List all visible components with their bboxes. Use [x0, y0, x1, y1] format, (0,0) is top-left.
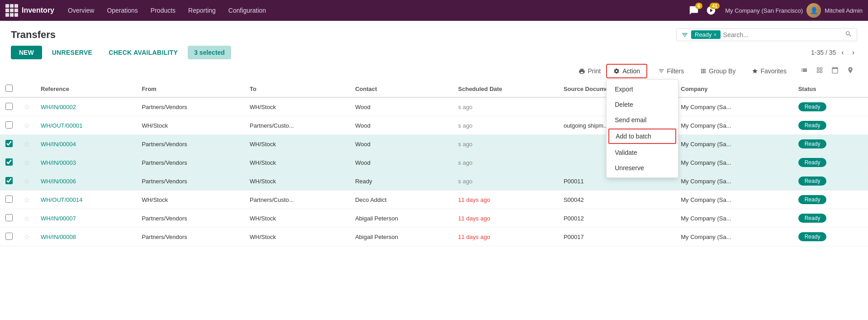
row-to: WH/Stock: [244, 153, 350, 172]
row-star-cell: ☆: [18, 172, 35, 191]
row-checkbox[interactable]: [5, 121, 13, 129]
row-status: Ready: [793, 191, 868, 209]
row-checkbox[interactable]: [5, 158, 13, 166]
map-view-button[interactable]: [844, 65, 857, 77]
nav-overview[interactable]: Overview: [62, 0, 100, 21]
row-checkbox[interactable]: [5, 196, 13, 203]
print-button[interactable]: Print: [579, 67, 601, 75]
action-validate[interactable]: Validate: [607, 145, 678, 160]
row-star-cell: ☆: [18, 228, 35, 246]
row-ref-link[interactable]: WH/IN/00004: [41, 141, 76, 148]
gear-icon: [613, 68, 620, 74]
row-star[interactable]: ☆: [24, 140, 30, 148]
print-icon: [579, 68, 585, 75]
pagination: 1-35 / 35: [811, 49, 836, 56]
search-filter-tag[interactable]: Ready ×: [691, 30, 721, 39]
row-ref-link[interactable]: WH/IN/00006: [41, 178, 76, 185]
row-ref-link[interactable]: WH/IN/00007: [41, 215, 76, 222]
table-row: ☆ WH/IN/00008 Partners/Vendors WH/Stock …: [0, 228, 868, 246]
action-send-email[interactable]: Send email: [607, 112, 678, 128]
row-ref-link[interactable]: WH/IN/00002: [41, 104, 76, 110]
filters-label: Filters: [667, 67, 684, 75]
main-content: Transfers Ready × NEW UNRESERVE CHECK AV…: [0, 21, 868, 320]
activity-badge: 41: [710, 3, 720, 9]
nav-reporting[interactable]: Reporting: [182, 0, 222, 21]
action-button[interactable]: Action: [606, 64, 647, 78]
row-contact: Wood: [350, 97, 453, 116]
print-label: Print: [588, 67, 601, 75]
row-contact: Deco Addict: [350, 191, 453, 209]
list-view-button[interactable]: [797, 65, 811, 77]
row-star[interactable]: ☆: [24, 103, 30, 111]
messages-icon-wrapper[interactable]: 6: [689, 5, 699, 15]
row-to: WH/Stock: [244, 172, 350, 191]
row-ref-link[interactable]: WH/IN/00003: [41, 159, 76, 166]
row-checkbox-cell: [0, 228, 18, 246]
filter-tag-close[interactable]: ×: [714, 32, 717, 38]
row-company: My Company (Sa...: [675, 209, 792, 228]
action-add-to-batch[interactable]: Add to batch: [608, 129, 676, 144]
kanban-view-button[interactable]: [813, 65, 826, 77]
calendar-view-button[interactable]: [828, 65, 842, 77]
col-from: From: [136, 81, 244, 97]
row-ref-link[interactable]: WH/OUT/00001: [41, 122, 82, 129]
row-checkbox[interactable]: [5, 214, 13, 221]
row-star-cell: ☆: [18, 135, 35, 153]
row-star-cell: ☆: [18, 209, 35, 228]
row-reference: WH/OUT/00014: [35, 191, 136, 209]
row-ref-link[interactable]: WH/IN/00008: [41, 234, 76, 240]
action-unreserve[interactable]: Unreserve: [607, 160, 678, 176]
nav-products[interactable]: Products: [144, 0, 182, 21]
star-header: [18, 81, 35, 97]
row-company: My Company (Sa...: [675, 116, 792, 135]
row-checkbox[interactable]: [5, 233, 13, 240]
search-input[interactable]: [723, 31, 842, 38]
app-name: Inventory: [22, 6, 54, 14]
col-status: Status: [793, 81, 868, 97]
user-name[interactable]: Mitchell Admin: [825, 7, 863, 14]
pagination-prev[interactable]: ‹: [839, 48, 846, 57]
row-ref-link[interactable]: WH/OUT/00014: [41, 196, 82, 203]
row-star[interactable]: ☆: [24, 177, 30, 185]
company-label[interactable]: My Company (San Francisco): [725, 7, 803, 14]
row-checkbox-cell: [0, 135, 18, 153]
filter-icon: [681, 31, 688, 38]
row-star[interactable]: ☆: [24, 196, 30, 204]
row-status: Ready: [793, 135, 868, 153]
row-star[interactable]: ☆: [24, 159, 30, 167]
row-checkbox[interactable]: [5, 140, 13, 147]
row-star[interactable]: ☆: [24, 122, 30, 129]
row-checkbox[interactable]: [5, 177, 13, 184]
row-from: Partners/Vendors: [136, 209, 244, 228]
row-star[interactable]: ☆: [24, 215, 30, 222]
user-avatar[interactable]: 👤: [806, 3, 821, 18]
row-source: P00017: [558, 228, 675, 246]
selected-button[interactable]: 3 selected: [188, 46, 231, 59]
activity-icon-wrapper[interactable]: 41: [706, 5, 716, 15]
nav-configuration[interactable]: Configuration: [222, 0, 272, 21]
new-button[interactable]: NEW: [11, 46, 42, 59]
pagination-next[interactable]: ›: [849, 48, 857, 57]
page-header: Transfers Ready ×: [0, 21, 868, 41]
row-checkbox[interactable]: [5, 103, 13, 110]
group-by-label: Group By: [709, 67, 735, 75]
group-by-button[interactable]: Group By: [695, 65, 741, 77]
row-company: My Company (Sa...: [675, 172, 792, 191]
app-logo[interactable]: Inventory: [5, 4, 54, 17]
row-company: My Company (Sa...: [675, 135, 792, 153]
filters-button[interactable]: Filters: [653, 65, 689, 77]
table-row: ☆ WH/OUT/00001 WH/Stock Partners/Custo..…: [0, 116, 868, 135]
action-delete[interactable]: Delete: [607, 97, 678, 112]
row-reference: WH/IN/00007: [35, 209, 136, 228]
select-all-checkbox[interactable]: [5, 85, 13, 92]
action-export[interactable]: Export: [607, 81, 678, 97]
row-star[interactable]: ☆: [24, 233, 30, 241]
unreserve-button[interactable]: UNRESERVE: [46, 46, 99, 59]
row-from: Partners/Vendors: [136, 153, 244, 172]
status-badge: Ready: [798, 195, 827, 204]
search-submit-icon[interactable]: [845, 30, 852, 39]
favorites-icon: [752, 68, 758, 74]
check-availability-button[interactable]: CHECK AVAILABILITY: [102, 46, 184, 59]
favorites-button[interactable]: Favorites: [746, 65, 792, 77]
nav-operations[interactable]: Operations: [100, 0, 144, 21]
